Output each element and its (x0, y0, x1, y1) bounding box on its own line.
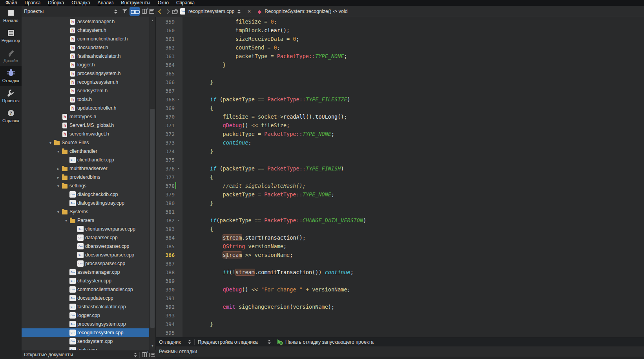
tree-row[interactable]: ▸providerdblms (22, 173, 149, 181)
back-icon[interactable] (158, 9, 163, 14)
line-number[interactable]: 360 (156, 27, 175, 33)
line-number[interactable]: 388 (156, 269, 175, 275)
line-number[interactable]: 364 (156, 62, 175, 68)
menu-item-8[interactable]: Справка (173, 0, 199, 6)
tree-row[interactable]: C++dialogcheckdb.cpp (22, 190, 149, 199)
line-number[interactable]: 393 (156, 313, 175, 319)
open-documents-title[interactable]: Открытые документы (22, 352, 134, 357)
line-number[interactable]: 384 (156, 235, 175, 241)
line-number[interactable]: 369 (156, 105, 175, 111)
code-editor[interactable]: fileSize = 0; tmpBlock.clear(); sizeRece… (182, 17, 644, 337)
line-number[interactable]: 386 (156, 252, 175, 258)
menu-item-3[interactable]: Сборка (44, 0, 68, 6)
line-number[interactable]: 363 (156, 53, 175, 59)
close-pane-icon[interactable] (149, 9, 154, 14)
close-document-icon[interactable]: × (247, 9, 251, 14)
tree-row[interactable]: hassetsmanager.h (22, 17, 149, 26)
menu-item-1[interactable]: Файл (2, 0, 21, 6)
filter-icon[interactable] (122, 9, 127, 14)
cpp-file-icon[interactable]: C++ (180, 8, 185, 15)
collapsed-arrow-icon[interactable]: ▸ (55, 167, 62, 171)
tree-row[interactable]: hmetatypes.h (22, 112, 149, 121)
line-number[interactable]: 390 (156, 287, 175, 293)
tree-row[interactable]: ▾Parsers (22, 216, 149, 225)
mode-отладка[interactable]: Отладка (0, 66, 22, 86)
tree-row[interactable]: C++processingsystem.cpp (22, 320, 149, 328)
menu-item-2[interactable]: Правка (21, 0, 45, 6)
mode-дизайн[interactable]: Дизайн (0, 46, 22, 66)
line-number[interactable]: 376 (156, 166, 175, 172)
expanded-arrow-icon[interactable]: ▾ (55, 149, 62, 154)
expanded-arrow-icon[interactable]: ▾ (55, 184, 62, 188)
scroll-up-icon[interactable]: ▲ (150, 17, 155, 23)
tree-scrollbar[interactable]: ▲ ▼ (150, 17, 156, 350)
sort-arrows-icon[interactable] (134, 352, 137, 357)
line-number[interactable]: 377 (156, 174, 175, 180)
sort-arrows-icon[interactable] (268, 339, 271, 344)
line-number[interactable]: 362 (156, 45, 175, 51)
line-number[interactable]: 367 (156, 88, 175, 94)
tree-row[interactable]: C++fasthashcalculator.cpp (22, 302, 149, 311)
tree-row[interactable]: ▾settings (22, 181, 149, 190)
sort-arrows-icon[interactable] (114, 9, 117, 14)
tree-row[interactable]: C++sendsystem.cpp (22, 337, 149, 346)
sort-arrows-icon[interactable] (237, 9, 241, 14)
tree-row[interactable]: C++logger.cpp (22, 311, 149, 320)
menu-item-5[interactable]: Анализ (94, 0, 118, 6)
line-number[interactable]: 366 (156, 79, 175, 85)
scrollbar-thumb[interactable] (150, 109, 155, 328)
menu-item-6[interactable]: Инструменты (117, 0, 154, 6)
collapsed-arrow-icon[interactable]: ▸ (55, 175, 62, 180)
scroll-down-icon[interactable]: ▼ (150, 343, 155, 348)
tree-row[interactable]: C++processparser.cpp (22, 259, 149, 268)
line-number[interactable]: 378 (156, 183, 175, 189)
fold-marker-icon[interactable]: ▾ (175, 218, 182, 222)
line-number[interactable]: 381 (156, 209, 175, 215)
tree-row[interactable]: hchatsystem.h (22, 26, 149, 35)
line-number[interactable]: 383 (156, 226, 175, 232)
tree-row[interactable]: ▸multithreadserver (22, 164, 149, 173)
tree-row[interactable]: ▾Systems (22, 207, 149, 216)
projects-pane-title[interactable]: Проекты (22, 9, 114, 14)
expanded-arrow-icon[interactable]: ▾ (47, 141, 54, 145)
line-number[interactable]: 374 (156, 148, 175, 154)
tree-row[interactable]: C++dbanswerparser.cpp (22, 242, 149, 251)
line-number[interactable]: 387 (156, 261, 175, 267)
line-number[interactable]: 394 (156, 321, 175, 327)
tree-row[interactable]: C++clienthandler.cpp (22, 156, 149, 164)
menu-item-7[interactable]: Окно (154, 0, 173, 6)
tree-row[interactable]: hrecognizesystem.h (22, 78, 149, 86)
line-number[interactable]: 389 (156, 278, 175, 284)
mode-справка[interactable]: Справка (0, 106, 22, 126)
tree-row[interactable]: C++clientanswerparser.cpp (22, 225, 149, 233)
debug-modes-label[interactable]: Режимы отладки (159, 349, 197, 354)
mode-редактор[interactable]: Редактор (0, 26, 22, 46)
tree-row[interactable]: C++dataparser.cpp (22, 233, 149, 242)
line-number[interactable]: 371 (156, 123, 175, 128)
tree-row[interactable]: hupdatecontroller.h (22, 104, 149, 112)
project-tree[interactable]: hassetsmanager.hhchatsystem.hhcommonclie… (22, 17, 150, 350)
fold-marker-icon[interactable]: ▾ (175, 167, 182, 170)
start-debug-icon[interactable] (277, 339, 282, 344)
line-number[interactable]: 372 (156, 131, 175, 137)
tree-row[interactable]: htools.h (22, 95, 149, 104)
line-number[interactable]: 361 (156, 36, 175, 42)
line-number[interactable]: 385 (156, 244, 175, 249)
debugger-selector[interactable]: Отладчик (159, 339, 191, 345)
line-number[interactable]: 392 (156, 304, 175, 310)
tree-row[interactable]: ▾clienthandler (22, 147, 149, 156)
menu-item-4[interactable]: Отладка (68, 0, 94, 6)
split-icon[interactable] (142, 352, 147, 357)
expanded-arrow-icon[interactable]: ▾ (63, 218, 69, 223)
split-icon[interactable] (142, 9, 147, 14)
expanded-arrow-icon[interactable]: ▾ (55, 210, 62, 214)
line-number[interactable]: 379 (156, 192, 175, 198)
mode-начало[interactable]: Начало (0, 6, 22, 26)
forward-icon[interactable] (165, 9, 170, 14)
line-number[interactable]: 370 (156, 114, 175, 120)
fold-marker-icon[interactable]: ▾ (175, 97, 182, 101)
tree-row[interactable]: hserverlmswidget.h (22, 130, 149, 138)
tree-row[interactable]: C++commonclienthandler.cpp (22, 285, 149, 294)
tree-row[interactable]: hfasthashcalculator.h (22, 52, 149, 60)
tree-row[interactable]: C++tools.cpp (22, 346, 149, 350)
